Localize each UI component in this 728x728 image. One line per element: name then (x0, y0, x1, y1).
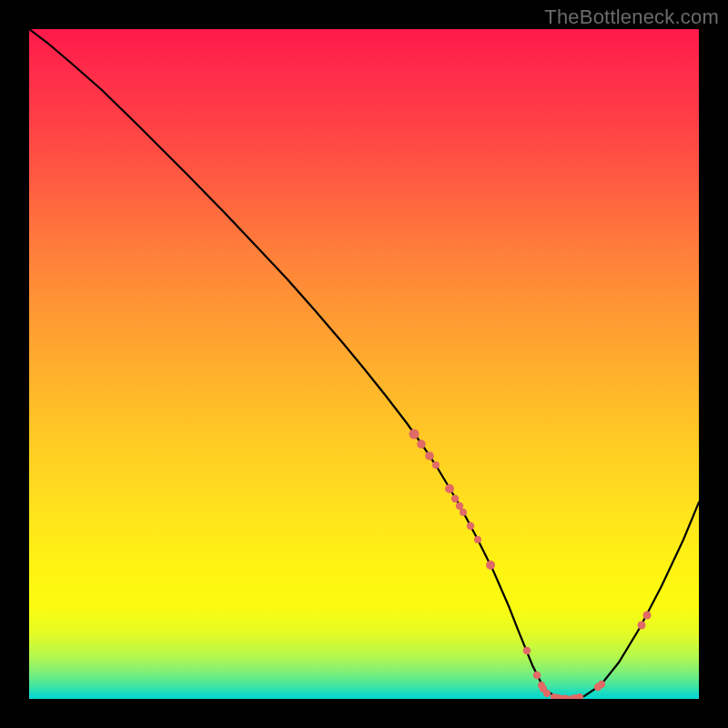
highlight-dot (576, 693, 583, 699)
highlight-dot (409, 429, 419, 439)
watermark-text: TheBottleneck.com (544, 5, 719, 29)
highlight-dot (445, 484, 454, 493)
chart-stage: TheBottleneck.com (0, 0, 728, 728)
highlight-dot (425, 451, 434, 460)
highlight-dot (474, 536, 481, 543)
highlight-dot (638, 621, 646, 629)
highlight-dot (451, 495, 459, 502)
highlight-dot (417, 440, 426, 449)
highlight-dot (598, 681, 605, 688)
curve-layer (29, 29, 699, 699)
bottleneck-curve (29, 29, 699, 699)
highlight-dot (432, 461, 440, 469)
highlight-dot (543, 690, 551, 697)
highlight-dot (533, 672, 541, 680)
highlight-dot (643, 612, 652, 620)
highlight-dot (467, 522, 474, 530)
highlight-dot (523, 647, 531, 655)
highlight-dot (456, 502, 463, 510)
highlight-dot (486, 561, 495, 570)
plot-area (29, 29, 699, 699)
highlight-dot (460, 509, 467, 516)
